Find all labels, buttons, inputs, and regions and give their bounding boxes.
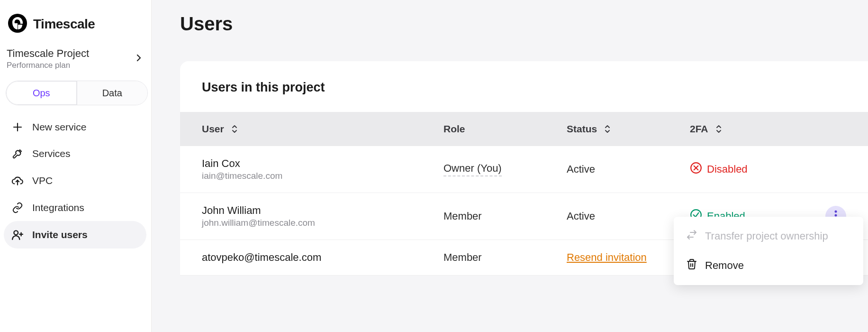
svg-point-11: [835, 211, 837, 213]
nav-label: Integrations: [32, 202, 84, 213]
row-actions-menu: Transfer project ownership Remove: [674, 217, 863, 285]
sort-icon: [715, 124, 723, 134]
brand-name: Timescale: [33, 17, 95, 32]
col-user[interactable]: User: [202, 123, 443, 135]
menu-remove[interactable]: Remove: [674, 251, 863, 280]
menu-transfer-ownership: Transfer project ownership: [674, 221, 863, 251]
sidebar: Timescale Timescale Project Performance …: [0, 0, 152, 332]
svg-point-4: [14, 231, 18, 235]
sort-icon: [231, 124, 238, 134]
cloud-upload-icon: [11, 175, 24, 187]
wrench-icon: [11, 148, 24, 159]
project-name: Timescale Project: [7, 47, 89, 60]
chevron-right-icon: [134, 53, 144, 65]
nav-new-service[interactable]: New service: [6, 114, 146, 140]
col-status[interactable]: Status: [567, 123, 690, 135]
table-header: User Role Status 2FA: [180, 112, 868, 146]
table-row: Iain Cox iain@timescale.com Owner (You) …: [180, 146, 868, 193]
project-selector[interactable]: Timescale Project Performance plan: [6, 47, 146, 78]
user-email: john.william@timescale.com: [202, 218, 443, 228]
nav-label: New service: [32, 121, 86, 133]
user-2fa: Disabled: [690, 162, 808, 177]
user-role: Member: [443, 251, 567, 264]
ops-data-toggle: Ops Data: [6, 81, 148, 105]
user-status: Active: [567, 210, 690, 222]
project-plan: Performance plan: [7, 61, 89, 70]
nav-invite-users[interactable]: Invite users: [4, 221, 146, 249]
nav-label: Services: [32, 148, 71, 159]
transfer-icon: [686, 229, 697, 243]
user-role: Member: [443, 210, 567, 222]
nav-services[interactable]: Services: [6, 140, 146, 167]
users-card: Users in this project User Role Status 2…: [180, 61, 868, 276]
tab-ops[interactable]: Ops: [6, 81, 77, 105]
plus-icon: [11, 121, 24, 133]
x-circle-icon: [690, 162, 702, 177]
user-plus-icon: [11, 229, 24, 241]
trash-icon: [686, 258, 697, 273]
section-title: Users in this project: [180, 61, 868, 112]
sort-icon: [604, 124, 611, 134]
nav-vpc[interactable]: VPC: [6, 167, 146, 194]
resend-invitation-link[interactable]: Resend invitation: [567, 251, 647, 263]
brand-logo[interactable]: Timescale: [6, 9, 146, 47]
tab-data[interactable]: Data: [77, 81, 148, 105]
nav-integrations[interactable]: Integrations: [6, 194, 146, 221]
user-name: atovpeko@timescale.com: [202, 251, 443, 264]
col-role: Role: [443, 123, 567, 135]
user-name: Iain Cox: [202, 157, 443, 170]
timescale-logo-icon: [8, 13, 27, 35]
nav-label: VPC: [32, 175, 53, 186]
user-role: Owner (You): [443, 162, 502, 176]
nav-label: Invite users: [32, 229, 88, 240]
svg-point-12: [835, 214, 837, 217]
user-name: John William: [202, 204, 443, 217]
page-title: Users: [180, 13, 868, 35]
user-status: Active: [567, 163, 690, 175]
main-content: Users Users in this project User Role St…: [152, 0, 868, 332]
col-2fa[interactable]: 2FA: [690, 123, 808, 135]
user-email: iain@timescale.com: [202, 171, 443, 181]
link-icon: [11, 202, 24, 213]
